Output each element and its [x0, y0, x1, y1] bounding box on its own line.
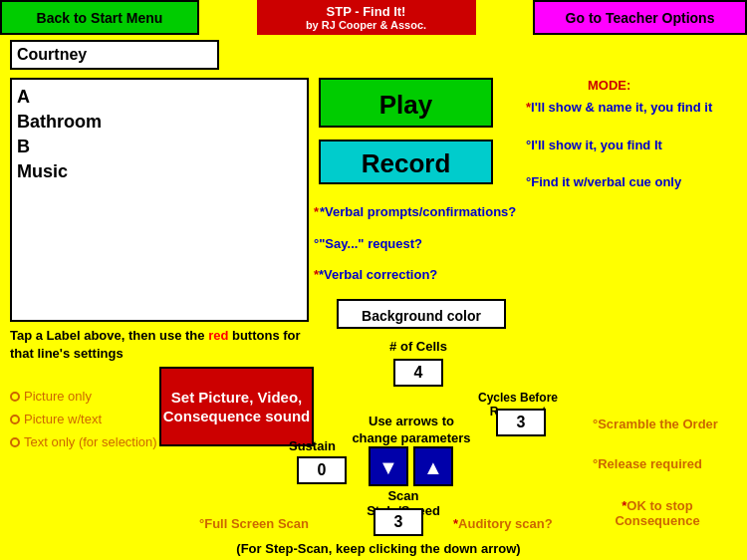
picture-text-option[interactable]: Picture w/text [10, 412, 157, 426]
release-label: Release required [598, 456, 702, 471]
list-item[interactable]: B [17, 135, 302, 159]
app-title-line2: by RJ Cooper & Assoc. [267, 19, 466, 31]
verbal-prompts-asterisk: * [314, 204, 319, 219]
record-button[interactable]: Record [319, 140, 493, 184]
sustain-input[interactable] [297, 456, 347, 484]
verbal-correction-option[interactable]: **Verbal correction? [314, 267, 437, 282]
auditory-scan-option[interactable]: *Auditory scan? [453, 516, 553, 531]
mode-show-find-label: I'll show it, you find It [531, 138, 662, 152]
arrow-down-button[interactable]: ▼ [369, 446, 408, 486]
picture-only-radio[interactable] [10, 392, 20, 402]
sustain-label: Sustain [289, 438, 336, 453]
student-name-input[interactable] [10, 40, 219, 70]
teacher-options-button[interactable]: Go to Teacher Options [533, 0, 747, 35]
left-radio-options: Picture only Picture w/text Text only (f… [10, 389, 157, 457]
scramble-option[interactable]: °Scramble the Order [593, 417, 718, 431]
step-scan-note: (For Step-Scan, keep clicking the down a… [199, 541, 558, 556]
header: Back to Start Menu STP - Find It! by RJ … [0, 0, 747, 35]
list-item[interactable]: A [17, 85, 302, 110]
verbal-prompts-label: *Verbal prompts/confirmations? [320, 204, 516, 219]
set-picture-button[interactable]: Set Picture, Video, Consequence sound [159, 367, 314, 446]
cycles-input[interactable] [496, 409, 546, 436]
mode-label: MODE: [588, 78, 630, 93]
list-item[interactable]: Music [17, 159, 302, 184]
full-screen-scan-option[interactable]: °Full Screen Scan [199, 516, 309, 531]
text-only-label: Text only (for selection) [24, 434, 157, 449]
verbal-correction-label: *Verbal correction? [319, 267, 437, 282]
release-option[interactable]: °Release required [593, 456, 702, 471]
cells-input[interactable] [393, 359, 443, 387]
mode-verbal-cue-label: Find it w/verbal cue only [531, 174, 681, 189]
tap-prefix: Tap a Label above, then use the [10, 328, 208, 343]
list-item[interactable]: Bathroom [17, 110, 302, 135]
verbal-say-option[interactable]: °"Say..." request? [314, 236, 422, 251]
arrow-up-button[interactable]: ▲ [413, 446, 453, 486]
scramble-label: Scramble the Order [598, 417, 718, 431]
text-only-radio[interactable] [10, 437, 20, 447]
tap-label-text: Tap a Label above, then use the red butt… [10, 327, 319, 363]
background-color-button[interactable]: Background color [337, 299, 506, 329]
mode-show-name-option[interactable]: *I'll show & name it, you find it [526, 100, 712, 115]
picture-only-option[interactable]: Picture only [10, 389, 157, 404]
mode-show-find-option[interactable]: °I'll show it, you find It [526, 138, 662, 152]
verbal-prompts-option[interactable]: **Verbal prompts/confirmations? [314, 204, 516, 219]
app-title-line1: STP - Find It! [267, 4, 466, 19]
text-only-option[interactable]: Text only (for selection) [10, 434, 157, 449]
play-button[interactable]: Play [319, 78, 493, 128]
mode-verbal-cue-option[interactable]: °Find it w/verbal cue only [526, 174, 681, 189]
back-to-start-button[interactable]: Back to Start Menu [0, 0, 199, 35]
tap-red-word: red [208, 328, 228, 343]
use-arrows-label: Use arrows to change parameters [347, 414, 476, 447]
ok-stop-label: OK to stop Consequence [615, 498, 699, 528]
picture-only-label: Picture only [24, 389, 92, 404]
full-screen-label: Full Screen Scan [204, 516, 309, 531]
label-list-panel: A Bathroom B Music [10, 78, 309, 322]
picture-text-radio[interactable] [10, 415, 20, 424]
app-title: STP - Find It! by RJ Cooper & Assoc. [257, 0, 476, 35]
auditory-label: Auditory scan? [458, 516, 553, 531]
picture-text-label: Picture w/text [24, 412, 102, 426]
verbal-say-label: °"Say..." request? [314, 236, 422, 251]
cells-label: # of Cells [378, 339, 458, 354]
mode-show-name-label: I'll show & name it, you find it [531, 100, 712, 115]
scan-input[interactable] [374, 508, 423, 536]
ok-stop-option[interactable]: *OK to stop Consequence [593, 498, 722, 528]
